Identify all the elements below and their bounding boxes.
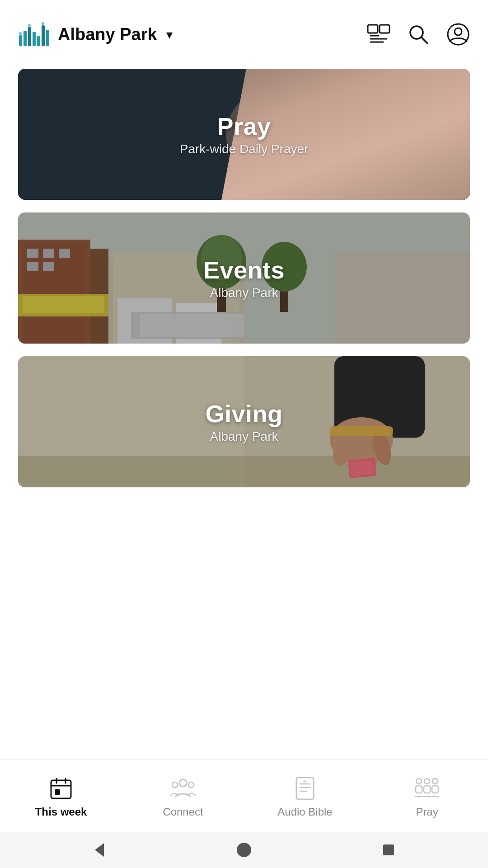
svg-point-74	[172, 782, 178, 788]
events-card[interactable]: Events Albany Park	[18, 212, 470, 344]
svg-rect-3	[33, 32, 36, 46]
header-left: Albany Park ▾	[18, 23, 173, 46]
svg-rect-6	[46, 30, 49, 46]
svg-rect-85	[416, 786, 422, 793]
svg-point-73	[179, 779, 187, 787]
giving-card-subtitle: Albany Park	[205, 429, 282, 444]
svg-marker-91	[95, 843, 104, 857]
svg-point-8	[28, 24, 31, 27]
svg-rect-1	[23, 31, 27, 46]
svg-rect-93	[383, 844, 394, 855]
giving-card-text: Giving Albany Park	[205, 400, 282, 444]
svg-point-84	[432, 778, 438, 784]
search-button[interactable]	[407, 23, 430, 46]
svg-point-29	[312, 118, 402, 200]
nav-item-pray[interactable]: Pray	[366, 776, 488, 818]
android-recent-button[interactable]	[377, 839, 400, 861]
svg-rect-86	[424, 786, 430, 793]
events-card-title: Events	[203, 256, 285, 284]
logo-icon	[18, 23, 51, 46]
nav-item-this-week[interactable]: This week	[0, 776, 122, 818]
nav-item-connect[interactable]: Connect	[122, 776, 244, 818]
app-title: Albany Park	[58, 25, 157, 44]
pray-card-title: Pray	[180, 112, 309, 140]
connect-label: Connect	[163, 806, 203, 818]
svg-rect-87	[432, 786, 438, 793]
svg-point-92	[237, 843, 251, 857]
svg-point-17	[448, 24, 469, 45]
svg-line-16	[421, 37, 427, 43]
pray-card-text: Pray Park-wide Daily Prayer	[180, 112, 309, 156]
audio-bible-icon	[292, 776, 318, 801]
android-nav-bar	[0, 832, 488, 868]
app-header: Albany Park ▾	[0, 0, 488, 60]
audio-bible-label: Audio Bible	[277, 806, 332, 818]
pray-nav-label: Pray	[416, 806, 438, 818]
bottom-navigation: This week Connect	[0, 760, 488, 832]
svg-point-75	[188, 782, 194, 788]
this-week-label: This week	[35, 806, 87, 818]
events-card-text: Events Albany Park	[203, 256, 285, 300]
svg-rect-2	[28, 27, 31, 46]
android-home-button[interactable]	[233, 839, 255, 861]
svg-point-27	[349, 75, 383, 134]
pray-nav-icon	[414, 776, 440, 801]
this-week-icon	[48, 776, 74, 801]
svg-rect-4	[37, 36, 40, 46]
svg-point-25	[322, 69, 347, 134]
svg-rect-68	[51, 780, 71, 798]
svg-point-7	[19, 32, 22, 35]
pray-card[interactable]: Pray Park-wide Daily Prayer	[18, 69, 470, 200]
events-card-subtitle: Albany Park	[203, 286, 285, 300]
profile-button[interactable]	[446, 23, 470, 46]
svg-point-18	[455, 28, 462, 35]
svg-point-9	[42, 22, 44, 25]
android-back-button[interactable]	[88, 839, 111, 861]
svg-point-26	[337, 69, 368, 134]
nav-item-audio-bible[interactable]: Audio Bible	[244, 776, 366, 818]
giving-card[interactable]: Giving Albany Park	[18, 356, 470, 487]
svg-point-82	[416, 778, 422, 784]
svg-rect-72	[55, 789, 60, 795]
pray-card-subtitle: Park-wide Daily Prayer	[180, 142, 309, 156]
svg-point-83	[424, 778, 430, 784]
connect-icon	[170, 776, 196, 801]
svg-rect-11	[380, 25, 389, 33]
svg-rect-5	[42, 25, 45, 46]
location-dropdown-icon[interactable]: ▾	[166, 27, 173, 42]
svg-rect-0	[19, 35, 22, 46]
svg-rect-10	[368, 25, 378, 33]
chat-button[interactable]	[367, 23, 390, 46]
main-content: Pray Park-wide Daily Prayer	[0, 60, 488, 496]
giving-card-title: Giving	[205, 400, 282, 428]
header-actions	[367, 23, 470, 46]
